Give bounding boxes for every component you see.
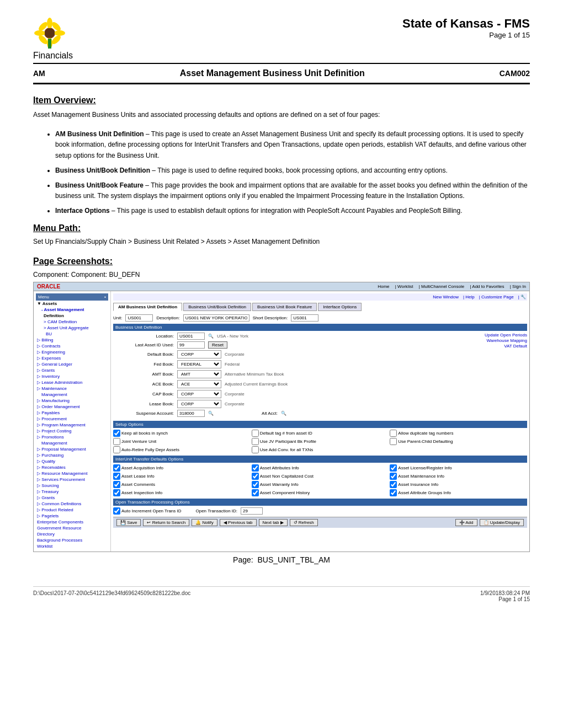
help-link[interactable]: | Help	[463, 295, 475, 299]
sidebar-item-asset-mgmt[interactable]: - Asset Management	[36, 307, 108, 313]
sidebar-item-directory[interactable]: Directory	[36, 531, 108, 537]
check-license-input[interactable]	[390, 464, 397, 472]
sidebar-item-resource-mgmt[interactable]: ▷ Resource Management	[36, 470, 108, 477]
suspense-search-btn[interactable]: 🔍	[208, 411, 214, 416]
sidebar-item-manufacturing[interactable]: ▷ Manufacturing	[36, 398, 108, 404]
sidebar-item-assets[interactable]: ▼ Assets	[36, 301, 108, 307]
save-button[interactable]: 💾 Save	[116, 519, 141, 526]
sidebar-item-inventory[interactable]: ▷ Inventory	[36, 373, 108, 379]
sidebar-item-govt-resource[interactable]: Government Resource	[36, 525, 108, 531]
next-tab-button[interactable]: Next tab ▶	[259, 519, 288, 526]
sidebar-item-promotions[interactable]: ▷ Promotions	[36, 434, 108, 440]
notify-button[interactable]: 🔔 Notify	[192, 519, 217, 526]
open-trans-id-input[interactable]	[241, 507, 263, 515]
sidebar-item-worklist[interactable]: Worklist	[36, 543, 108, 549]
tab-am-bud[interactable]: AM Business Unit Definition	[113, 303, 182, 311]
description-input[interactable]	[183, 314, 249, 322]
sidebar-item-billing[interactable]: ▷ Billing	[36, 337, 108, 343]
sidebar-item-definition[interactable]: Definition	[36, 313, 108, 319]
check-default-tag-input[interactable]	[252, 430, 259, 437]
sidebar-item-asset-unit[interactable]: > Asset Unit Aggregate	[36, 325, 108, 331]
amt-book-select[interactable]: AMT	[177, 370, 221, 378]
sidebar-item-expenses[interactable]: ▷ Expenses	[36, 355, 108, 361]
sidebar-item-pagelets[interactable]: ▷ Pagelets	[36, 513, 108, 519]
sidebar-item-quality[interactable]: ▷ Quality	[36, 458, 108, 464]
ace-book-select[interactable]: ACE	[177, 380, 221, 388]
warehouse-mapping-link[interactable]: Warehouse Mapping	[485, 338, 527, 343]
check-parent-child-input[interactable]	[390, 438, 397, 445]
sidebar-item-treasury[interactable]: ▷ Treasury	[36, 489, 108, 495]
unit-input[interactable]	[125, 314, 153, 322]
short-desc-input[interactable]	[291, 314, 318, 322]
sidebar-item-program-mgmt[interactable]: ▷ Program Management	[36, 422, 108, 428]
tab-book-feature[interactable]: Business Unit Book Feature	[252, 303, 317, 311]
sidebar-item-enterprise[interactable]: Enterprise Components	[36, 519, 108, 525]
check-auto-retire-input[interactable]	[113, 446, 120, 453]
nav-signin[interactable]: | Sign In	[510, 284, 526, 289]
add-button[interactable]: ➕ Add	[455, 519, 477, 526]
sidebar-item-bu[interactable]: BU	[36, 331, 108, 337]
sidebar-item-receivables[interactable]: ▷ Receivables	[36, 464, 108, 470]
sidebar-item-lease[interactable]: ▷ Lease Administration	[36, 379, 108, 386]
check-inspection-input[interactable]	[113, 489, 120, 496]
update-display-button[interactable]: 📋 Update/Display	[480, 519, 524, 526]
nav-worklist[interactable]: | Worklist	[395, 284, 413, 289]
sidebar-item-grants[interactable]: ▷ Grants	[36, 367, 108, 373]
nav-home[interactable]: Home	[378, 284, 389, 289]
nav-multichannel[interactable]: | MultiChannel Console	[419, 284, 465, 289]
sidebar-item-common-def[interactable]: ▷ Common Definitions	[36, 501, 108, 507]
cap-book-select[interactable]: CORP	[177, 390, 221, 398]
sidebar-item-services-procurement[interactable]: ▷ Services Procurement	[36, 477, 108, 483]
tab-book-def[interactable]: Business Unit/Book Definition	[183, 303, 251, 311]
sidebar-item-payables[interactable]: ▷ Payables	[36, 410, 108, 416]
sidebar-item-general-ledger[interactable]: ▷ General Ledger	[36, 361, 108, 367]
check-attributes-input[interactable]	[252, 464, 259, 472]
sidebar-item-sourcing[interactable]: ▷ Sourcing	[36, 483, 108, 489]
default-book-select[interactable]: CORP	[177, 350, 221, 358]
check-jv-participant-input[interactable]	[252, 438, 259, 445]
location-input[interactable]	[177, 333, 205, 340]
check-all-books-input[interactable]	[113, 430, 120, 437]
fed-book-select[interactable]: FEDERAL	[177, 360, 221, 368]
sidebar-item-cam-def[interactable]: > CAM Definition	[36, 319, 108, 325]
sidebar-item-project-costing[interactable]: ▷ Project Costing	[36, 428, 108, 434]
check-comments-input[interactable]	[113, 481, 120, 488]
sidebar-item-contracts[interactable]: ▷ Contracts	[36, 343, 108, 349]
nav-favorites[interactable]: | Add to Favorites	[470, 284, 504, 289]
check-lease-input[interactable]	[113, 473, 120, 480]
vat-default-link[interactable]: VAT Default	[485, 344, 527, 349]
check-duplicate-tag-input[interactable]	[390, 430, 397, 437]
settings-icon[interactable]: | 🔧	[518, 295, 526, 299]
check-attribute-groups-input[interactable]	[390, 489, 397, 496]
alt-acct-search-btn[interactable]: 🔍	[281, 411, 286, 416]
sidebar-item-purchasing[interactable]: ▷ Purchasing	[36, 452, 108, 458]
customize-link[interactable]: | Customize Page	[479, 295, 514, 299]
suspense-input[interactable]	[177, 410, 205, 417]
check-joint-venture-input[interactable]	[113, 438, 120, 445]
sidebar-item-product-related[interactable]: ▷ Product Related	[36, 507, 108, 513]
tab-interface[interactable]: Interface Options	[318, 303, 362, 311]
sidebar-item-proposal-mgmt[interactable]: ▷ Proposal Management	[36, 446, 108, 452]
refresh-button[interactable]: ↺ Refresh	[290, 519, 318, 526]
check-add-conv-input[interactable]	[252, 446, 259, 453]
check-warranty-input[interactable]	[252, 481, 259, 488]
check-maintenance-input[interactable]	[390, 473, 397, 480]
sidebar-item-procurement[interactable]: ▷ Procurement	[36, 416, 108, 422]
sidebar-item-order-mgmt[interactable]: ▷ Order Management	[36, 404, 108, 410]
lease-book-select[interactable]: CORP	[177, 400, 221, 408]
check-insurance-input[interactable]	[390, 481, 397, 488]
new-window-link[interactable]: New Window	[433, 295, 459, 299]
sidebar-item-grants2[interactable]: ▷ Grants	[36, 495, 108, 501]
return-to-search-button[interactable]: ↩ Return to Search	[143, 519, 189, 526]
update-open-periods-link[interactable]: Update Open Periods	[485, 333, 527, 338]
check-auto-increment-input[interactable]	[113, 507, 120, 515]
sidebar-item-background[interactable]: Background Processes	[36, 537, 108, 543]
check-non-cap-input[interactable]	[252, 473, 259, 480]
check-acquisition-input[interactable]	[113, 464, 120, 472]
location-search-btn[interactable]: 🔍	[208, 334, 214, 339]
reset-button[interactable]: Reset	[208, 341, 227, 349]
sidebar-item-engineering[interactable]: ▷ Engineering	[36, 349, 108, 355]
previous-tab-button[interactable]: ◀ Previous tab	[220, 519, 257, 526]
last-asset-input[interactable]	[177, 341, 205, 349]
check-component-history-input[interactable]	[252, 489, 259, 496]
